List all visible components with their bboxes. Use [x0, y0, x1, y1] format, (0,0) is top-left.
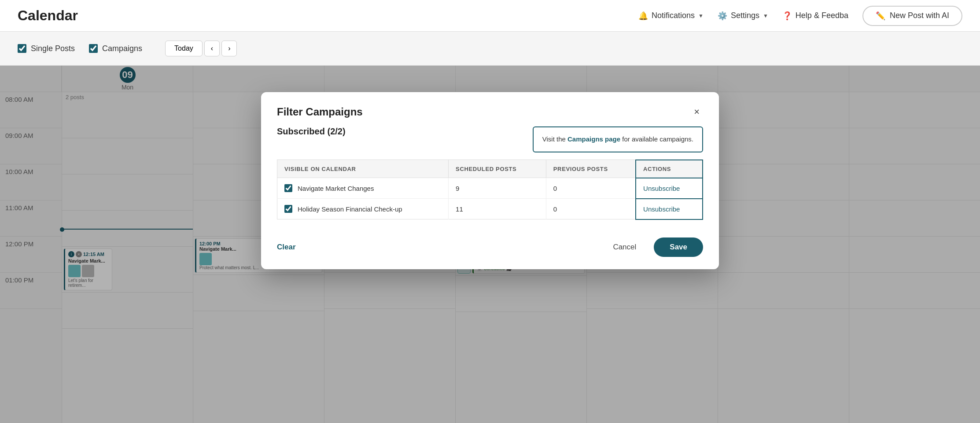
chevron-down-icon-2: ▼ [763, 13, 768, 19]
campaigns-label: Campaigns [102, 44, 142, 53]
sub-header: Single Posts Campaigns Today ‹ › [0, 32, 980, 66]
row2-unsubscribe-button[interactable]: Unsubscribe [643, 205, 680, 213]
prev-arrow-button[interactable]: ‹ [204, 41, 220, 56]
campaigns-table: VISIBLE ON CALENDAR SCHEDULED POSTS PREV… [277, 160, 703, 220]
gear-icon: ⚙️ [718, 11, 727, 21]
col-actions: ACTIONS [636, 160, 703, 178]
filter-campaigns-modal: Filter Campaigns × Subscribed (2/2) Visi… [261, 92, 719, 269]
subscribed-heading: Subscribed (2/2) [277, 126, 346, 137]
info-text-prefix: Visit the [542, 135, 566, 143]
calendar-nav-controls: Today ‹ › [165, 41, 237, 56]
col-scheduled: SCHEDULED POSTS [449, 160, 546, 178]
row2-previous: 0 [546, 199, 636, 219]
row2-name-cell: Holiday Season Financial Check-up [277, 199, 449, 219]
row1-previous: 0 [546, 178, 636, 199]
table-row-2: Holiday Season Financial Check-up 11 0 U… [277, 199, 703, 219]
info-text-suffix: for available campaigns. [622, 135, 693, 143]
col-previous: PREVIOUS POSTS [546, 160, 636, 178]
row1-checkbox-group: Navigate Market Changes [284, 184, 441, 192]
new-post-button[interactable]: ✏️ New Post with AI [862, 6, 962, 26]
single-posts-checkbox[interactable] [18, 44, 26, 53]
new-post-label: New Post with AI [890, 11, 949, 20]
single-posts-label: Single Posts [31, 44, 75, 53]
modal-overlay: Filter Campaigns × Subscribed (2/2) Visi… [0, 66, 980, 423]
calendar-body: 08:00 AM 09:00 AM 10:00 AM 11:00 AM 12:0… [0, 66, 980, 423]
row2-checkbox[interactable] [284, 205, 292, 213]
help-nav[interactable]: ❓ Help & Feedba [782, 11, 848, 21]
row1-name-cell: Navigate Market Changes [277, 178, 449, 199]
page-title: Calendar [18, 7, 78, 24]
row1-checkbox[interactable] [284, 184, 292, 192]
today-button[interactable]: Today [165, 41, 203, 56]
row1-action-cell: Unsubscribe [636, 178, 703, 199]
campaigns-filter[interactable]: Campaigns [89, 44, 142, 53]
row1-unsubscribe-button[interactable]: Unsubscribe [643, 185, 680, 192]
pencil-icon: ✏️ [876, 11, 885, 21]
single-posts-filter[interactable]: Single Posts [18, 44, 75, 53]
row2-action-cell: Unsubscribe [636, 199, 703, 219]
row1-scheduled: 9 [449, 178, 546, 199]
modal-footer: Clear Cancel Save [261, 229, 719, 269]
modal-header: Filter Campaigns × [261, 92, 719, 126]
help-label: Help & Feedba [796, 11, 848, 20]
notifications-nav[interactable]: 🔔 Notifications ▼ [638, 11, 704, 21]
cancel-button[interactable]: Cancel [604, 238, 645, 256]
modal-title: Filter Campaigns [277, 106, 363, 118]
table-row-1: Navigate Market Changes 9 0 Unsubscribe [277, 178, 703, 199]
col-visible: VISIBLE ON CALENDAR [277, 160, 449, 178]
footer-right: Cancel Save [604, 237, 703, 257]
campaigns-info-box: Visit the Campaigns page for available c… [533, 126, 703, 152]
modal-body: Subscribed (2/2) Visit the Campaigns pag… [261, 126, 719, 229]
clear-button[interactable]: Clear [277, 243, 296, 252]
row1-campaign-name: Navigate Market Changes [298, 185, 374, 192]
row2-scheduled: 11 [449, 199, 546, 219]
header-nav: 🔔 Notifications ▼ ⚙️ Settings ▼ ❓ Help &… [638, 6, 962, 26]
next-arrow-button[interactable]: › [221, 41, 237, 56]
page-header: Calendar 🔔 Notifications ▼ ⚙️ Settings ▼… [0, 0, 980, 32]
campaigns-page-link[interactable]: Campaigns page [567, 135, 620, 143]
modal-close-button[interactable]: × [690, 104, 703, 119]
notifications-label: Notifications [652, 11, 695, 20]
save-button[interactable]: Save [654, 237, 703, 257]
settings-label: Settings [731, 11, 759, 20]
row2-campaign-name: Holiday Season Financial Check-up [298, 205, 402, 213]
settings-nav[interactable]: ⚙️ Settings ▼ [718, 11, 768, 21]
help-icon: ❓ [782, 11, 792, 21]
chevron-down-icon: ▼ [698, 13, 704, 19]
row2-checkbox-group: Holiday Season Financial Check-up [284, 205, 441, 213]
campaigns-checkbox[interactable] [89, 44, 98, 53]
bell-icon: 🔔 [638, 11, 648, 21]
